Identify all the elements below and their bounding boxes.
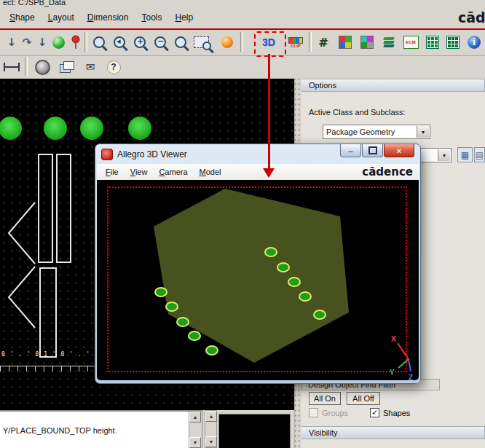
shadow-mode-icon[interactable]: [217, 32, 237, 52]
command-console[interactable]: Y/PLACE_BOUND_TOP height. ▲ ▼: [0, 410, 202, 448]
window-title: ect: C:/SPB_Data: [3, 0, 66, 7]
viewer-titlebar[interactable]: Allegro 3D Viewer – ×: [95, 144, 420, 164]
viewer-menu-file[interactable]: File: [100, 166, 125, 178]
grid-toggle-icon[interactable]: #: [313, 32, 334, 52]
secondary-scrollbar[interactable]: ▲ ▼: [205, 410, 217, 448]
pushpin-icon[interactable]: [66, 32, 86, 52]
viewer-3d-canvas[interactable]: X Y Z: [97, 180, 419, 380]
color-priority-icon[interactable]: [357, 32, 377, 52]
canvas-ruler-ticks: [0, 366, 96, 372]
maximize-button[interactable]: [362, 144, 383, 157]
toolbar-secondary: ✉ ?: [0, 56, 485, 79]
chevron-down-icon[interactable]: ▼: [438, 149, 450, 161]
checkbox-box-checked: ✓: [370, 408, 379, 417]
help-icon[interactable]: ?: [103, 57, 124, 77]
window-titlebar: ect: C:/SPB_Data: [0, 0, 485, 7]
menu-tools[interactable]: Tools: [135, 10, 168, 25]
active-class-label: Active Class and Subclass:: [309, 108, 406, 117]
cascade-windows-icon[interactable]: [57, 57, 77, 77]
ecm-icon[interactable]: ECM: [401, 32, 421, 52]
menu-dimension[interactable]: Dimension: [81, 10, 135, 25]
close-button[interactable]: ×: [384, 144, 414, 157]
console-text: Y/PLACE_BOUND_TOP height.: [3, 426, 117, 435]
menu-layout[interactable]: Layout: [42, 10, 81, 25]
waterline-icon[interactable]: [1, 57, 22, 77]
options-panel-header[interactable]: Options: [301, 79, 485, 92]
viewer-app-icon: [101, 149, 113, 160]
close-icon: ×: [397, 146, 401, 155]
zoom-points-icon[interactable]: [89, 32, 109, 52]
groups-label: Groups: [322, 409, 348, 417]
groups-checkbox[interactable]: Groups: [309, 408, 348, 417]
viewer-menu-camera[interactable]: Camera: [153, 166, 193, 178]
toolbar-separator: [25, 57, 28, 76]
menubar: Shape Layout Dimension Tools Help: [0, 7, 485, 28]
zoom-in-icon[interactable]: +: [130, 32, 150, 52]
checkbox-box: [309, 408, 318, 417]
panel-list-button[interactable]: ▤: [474, 147, 485, 162]
toolbar-separator: [309, 32, 312, 52]
viewer-cadence-logo: cādence: [362, 165, 413, 178]
cadence-logo: cād: [458, 9, 485, 25]
zoom-fit-icon[interactable]: [191, 32, 211, 52]
snapshot-lens-icon[interactable]: [32, 57, 52, 77]
annotation-arrow-head: [263, 168, 275, 178]
panel-grid-button[interactable]: ▦: [457, 147, 473, 162]
zoom-out-icon[interactable]: −: [150, 32, 170, 52]
zoom-previous-icon[interactable]: ◂: [109, 32, 130, 52]
minimize-button[interactable]: –: [340, 144, 361, 157]
toolbar-separator: [240, 32, 243, 52]
menu-help[interactable]: Help: [168, 10, 200, 25]
all-off-button[interactable]: All Off: [347, 392, 380, 405]
axis-z-label: Z: [409, 374, 413, 380]
all-on-button[interactable]: All On: [309, 392, 341, 405]
clip-view-icon[interactable]: CLIP: [285, 32, 306, 52]
window-controls: – ×: [339, 144, 414, 157]
visibility-panel-header[interactable]: Visibility: [301, 426, 485, 439]
console-scrollbar[interactable]: ▲ ▼: [189, 412, 202, 448]
viewer-menu-model[interactable]: Model: [194, 166, 227, 178]
info-icon[interactable]: i: [464, 32, 484, 52]
viewer-bounds-dotted-border: [107, 186, 407, 372]
view-preview-window[interactable]: [218, 414, 291, 448]
chevron-down-icon[interactable]: ▼: [417, 126, 429, 138]
canvas-ruler-text: 0 ' . ' 0 1 ' 0 ' . ' 0 1 ' 0 ' .: [1, 351, 96, 358]
scroll-up-icon[interactable]: ▲: [189, 412, 201, 423]
zoom-world-icon[interactable]: [170, 32, 191, 52]
application-window: ect: C:/SPB_Data Shape Layout Dimension …: [0, 0, 485, 448]
mail-icon[interactable]: ✉: [80, 57, 100, 77]
scroll-down-icon[interactable]: ▼: [205, 436, 217, 447]
class-combobox[interactable]: Package Geometry ▼: [323, 125, 430, 139]
viewer-menu-view[interactable]: View: [125, 166, 154, 178]
layer-stack-icon[interactable]: [379, 32, 399, 52]
maximize-icon: [368, 146, 377, 154]
class-combobox-value: Package Geometry: [326, 127, 395, 136]
scroll-up-icon[interactable]: ▲: [205, 411, 217, 422]
green-grid-dark-icon[interactable]: [443, 32, 463, 52]
menu-shape[interactable]: Shape: [3, 10, 42, 25]
color-dialog-icon[interactable]: [335, 32, 355, 52]
annotation-arrow-line: [268, 54, 270, 169]
toolbar-separator: [84, 32, 87, 52]
annotation-highlight-box: [254, 31, 286, 57]
toolbar-main: ↓ ↷ ↓ ◂ + − 3D CLIP # ECM i: [0, 30, 485, 56]
viewer-title: Allegro 3D Viewer: [117, 149, 187, 160]
scroll-down-icon[interactable]: ▼: [189, 437, 201, 448]
shapes-checkbox[interactable]: ✓ Shapes: [370, 408, 410, 417]
shapes-label: Shapes: [383, 409, 410, 417]
allegro-3d-viewer-window[interactable]: Allegro 3D Viewer – × File View Camera M…: [95, 144, 421, 384]
green-grid-icon[interactable]: [422, 32, 443, 52]
